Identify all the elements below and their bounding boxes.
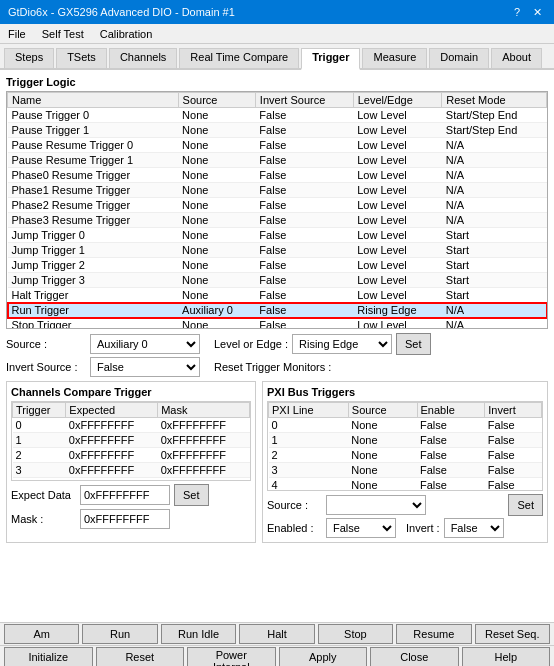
- trigger-row[interactable]: Run TriggerAuxiliary 0FalseRising EdgeN/…: [8, 303, 547, 318]
- cc-row[interactable]: 20xFFFFFFFF0xFFFFFFFF: [13, 448, 250, 463]
- trigger-cell-name: Pause Trigger 0: [8, 108, 179, 123]
- mask-input[interactable]: [80, 509, 170, 529]
- btn-stop[interactable]: Stop: [318, 624, 393, 644]
- tab-steps[interactable]: Steps: [4, 48, 54, 68]
- btn-help[interactable]: Help: [462, 647, 551, 667]
- btn-reset[interactable]: Reset: [96, 647, 185, 667]
- trigger-cell-reset: N/A: [442, 198, 547, 213]
- source-controls: Source : Auxiliary 0 None Level or Edge …: [6, 333, 548, 355]
- trigger-cell-level: Low Level: [353, 138, 442, 153]
- pxi-cell-enable: False: [417, 448, 485, 463]
- trigger-cell-reset: N/A: [442, 138, 547, 153]
- trigger-cell-source: None: [178, 183, 255, 198]
- trigger-cell-reset: Start: [442, 243, 547, 258]
- pxi-row[interactable]: 4NoneFalseFalse: [269, 478, 542, 492]
- source-set-button[interactable]: Set: [396, 333, 431, 355]
- trigger-cell-level: Low Level: [353, 228, 442, 243]
- trigger-cell-reset: N/A: [442, 303, 547, 318]
- mask-row: Mask :: [11, 509, 251, 529]
- btn-halt[interactable]: Halt: [239, 624, 314, 644]
- bottom-buttons-row2: Initialize Reset Power Internal Apply Cl…: [0, 645, 554, 666]
- source-label: Source :: [6, 338, 86, 350]
- trigger-cell-reset: N/A: [442, 183, 547, 198]
- tab-channels[interactable]: Channels: [109, 48, 177, 68]
- menu-bar: File Self Test Calibration: [0, 24, 554, 44]
- menu-selftest[interactable]: Self Test: [38, 27, 88, 41]
- menu-file[interactable]: File: [4, 27, 30, 41]
- pxi-set-button[interactable]: Set: [508, 494, 543, 516]
- trigger-row[interactable]: Jump Trigger 1NoneFalseLow LevelStart: [8, 243, 547, 258]
- help-button[interactable]: ?: [508, 3, 526, 21]
- trigger-cell-invert: False: [255, 303, 353, 318]
- trigger-cell-reset: N/A: [442, 153, 547, 168]
- menu-calibration[interactable]: Calibration: [96, 27, 157, 41]
- btn-initialize[interactable]: Initialize: [4, 647, 93, 667]
- tab-measure[interactable]: Measure: [362, 48, 427, 68]
- trigger-row[interactable]: Pause Resume Trigger 0NoneFalseLow Level…: [8, 138, 547, 153]
- expect-set-button[interactable]: Set: [174, 484, 209, 506]
- invert-select[interactable]: False True: [90, 357, 200, 377]
- col-invert: Invert Source: [255, 93, 353, 108]
- trigger-cell-level: Low Level: [353, 168, 442, 183]
- pxi-row[interactable]: 1NoneFalseFalse: [269, 433, 542, 448]
- pxi-enabled-select[interactable]: False True: [326, 518, 396, 538]
- cc-row[interactable]: 10xFFFFFFFF0xFFFFFFFF: [13, 433, 250, 448]
- trigger-row[interactable]: Pause Resume Trigger 1NoneFalseLow Level…: [8, 153, 547, 168]
- trigger-cell-invert: False: [255, 168, 353, 183]
- pxi-enabled-row: Enabled : False True Invert : False True: [267, 518, 543, 538]
- pxi-invert-select[interactable]: False True: [444, 518, 504, 538]
- pxi-row[interactable]: 2NoneFalseFalse: [269, 448, 542, 463]
- trigger-row[interactable]: Jump Trigger 3NoneFalseLow LevelStart: [8, 273, 547, 288]
- trigger-row[interactable]: Phase2 Resume TriggerNoneFalseLow LevelN…: [8, 198, 547, 213]
- trigger-row[interactable]: Phase1 Resume TriggerNoneFalseLow LevelN…: [8, 183, 547, 198]
- tab-tsets[interactable]: TSets: [56, 48, 107, 68]
- expect-input[interactable]: [80, 485, 170, 505]
- trigger-row[interactable]: Pause Trigger 0NoneFalseLow LevelStart/S…: [8, 108, 547, 123]
- bottom-buttons-row1: Am Run Run Idle Halt Stop Resume Reset S…: [0, 622, 554, 644]
- cc-row[interactable]: 30xFFFFFFFF0xFFFFFFFF: [13, 463, 250, 478]
- trigger-row[interactable]: Halt TriggerNoneFalseLow LevelStart: [8, 288, 547, 303]
- btn-apply[interactable]: Apply: [279, 647, 368, 667]
- cc-cell-trigger: 0: [13, 418, 66, 433]
- pxi-source-select[interactable]: [326, 495, 426, 515]
- trigger-cell-name: Phase0 Resume Trigger: [8, 168, 179, 183]
- pxi-cell-enable: False: [417, 463, 485, 478]
- pxi-cell-enable: False: [417, 433, 485, 448]
- trigger-cell-invert: False: [255, 213, 353, 228]
- trigger-row[interactable]: Pause Trigger 1NoneFalseLow LevelStart/S…: [8, 123, 547, 138]
- btn-resume[interactable]: Resume: [396, 624, 471, 644]
- btn-power-internal[interactable]: Power Internal: [187, 647, 276, 667]
- btn-close[interactable]: Close: [370, 647, 459, 667]
- trigger-cell-invert: False: [255, 258, 353, 273]
- btn-reset-seq[interactable]: Reset Seq.: [475, 624, 550, 644]
- trigger-row[interactable]: Jump Trigger 2NoneFalseLow LevelStart: [8, 258, 547, 273]
- tab-trigger[interactable]: Trigger: [301, 48, 360, 70]
- trigger-cell-source: None: [178, 288, 255, 303]
- close-button[interactable]: ✕: [528, 3, 546, 21]
- tab-about[interactable]: About: [491, 48, 542, 68]
- btn-run[interactable]: Run: [82, 624, 157, 644]
- tab-realtime[interactable]: Real Time Compare: [179, 48, 299, 68]
- trigger-row[interactable]: Phase0 Resume TriggerNoneFalseLow LevelN…: [8, 168, 547, 183]
- trigger-cell-name: Phase3 Resume Trigger: [8, 213, 179, 228]
- pxi-cell-source: None: [348, 478, 417, 492]
- trigger-cell-source: None: [178, 258, 255, 273]
- trigger-row[interactable]: Stop TriggerNoneFalseLow LevelN/A: [8, 318, 547, 330]
- trigger-table-container[interactable]: Name Source Invert Source Level/Edge Res…: [6, 91, 548, 329]
- pxi-table-container[interactable]: PXI Line Source Enable Invert 0NoneFalse…: [267, 401, 543, 491]
- trigger-row[interactable]: Jump Trigger 0NoneFalseLow LevelStart: [8, 228, 547, 243]
- source-select[interactable]: Auxiliary 0 None: [90, 334, 200, 354]
- cc-col-expected: Expected: [66, 403, 158, 418]
- tab-domain[interactable]: Domain: [429, 48, 489, 68]
- pxi-row[interactable]: 3NoneFalseFalse: [269, 463, 542, 478]
- trigger-row[interactable]: Phase3 Resume TriggerNoneFalseLow LevelN…: [8, 213, 547, 228]
- pxi-row[interactable]: 0NoneFalseFalse: [269, 418, 542, 433]
- trigger-cell-source: None: [178, 273, 255, 288]
- trigger-cell-level: Low Level: [353, 123, 442, 138]
- btn-am[interactable]: Am: [4, 624, 79, 644]
- level-select[interactable]: Rising Edge Low Level High Level Falling…: [292, 334, 392, 354]
- btn-run-idle[interactable]: Run Idle: [161, 624, 236, 644]
- cc-row[interactable]: 00xFFFFFFFF0xFFFFFFFF: [13, 418, 250, 433]
- pxi-cell-enable: False: [417, 418, 485, 433]
- cc-cell-mask: 0xFFFFFFFF: [158, 433, 250, 448]
